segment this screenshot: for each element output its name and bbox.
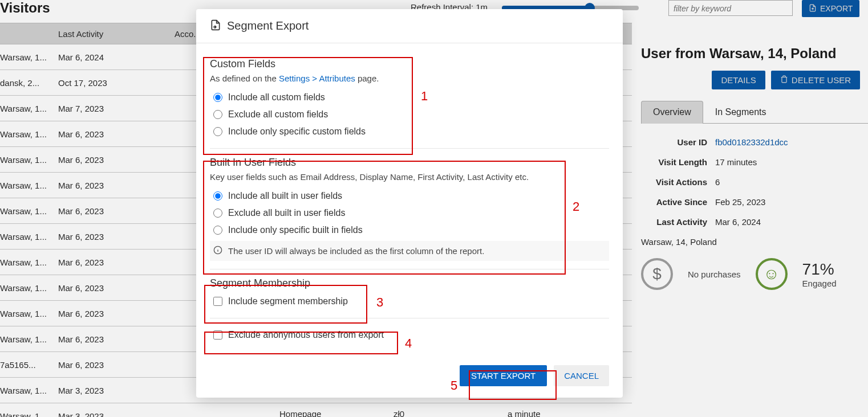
checkbox-include-segment-membership[interactable]: Include segment membership	[210, 293, 609, 310]
radio-include-all-custom[interactable]: Include all custom fields	[210, 89, 609, 106]
cancel-button[interactable]: CANCEL	[554, 365, 609, 386]
modal-title: Segment Export	[227, 19, 309, 32]
builtin-fields-desc: Key user fields such as Email Address, D…	[210, 172, 609, 182]
segment-export-modal: Segment Export Custom Fields As defined …	[196, 9, 623, 398]
settings-attributes-link[interactable]: Settings > Attributes	[279, 73, 355, 83]
radio-include-specific-builtin[interactable]: Include only specific built in fields	[210, 222, 609, 239]
export-doc-icon	[210, 19, 221, 32]
radio-include-specific-custom[interactable]: Include only specific custom fields	[210, 123, 609, 140]
radio-exclude-all-builtin[interactable]: Exclude all built in user fields	[210, 205, 609, 222]
segment-membership-heading: Segment Membership	[210, 277, 609, 289]
custom-fields-heading: Custom Fields	[210, 58, 609, 70]
radio-exclude-all-custom[interactable]: Exclude all custom fields	[210, 106, 609, 123]
start-export-button[interactable]: START EXPORT	[460, 365, 547, 386]
builtin-fields-heading: Built In User Fields	[210, 157, 609, 169]
custom-fields-desc: As defined on the Settings > Attributes …	[210, 73, 609, 83]
info-user-id-note: The user ID will always be included as t…	[210, 241, 609, 261]
checkbox-exclude-anonymous[interactable]: Exclude anonymous users from export	[210, 326, 609, 344]
radio-include-all-builtin[interactable]: Include all built in user fields	[210, 187, 609, 205]
info-icon	[213, 246, 222, 256]
